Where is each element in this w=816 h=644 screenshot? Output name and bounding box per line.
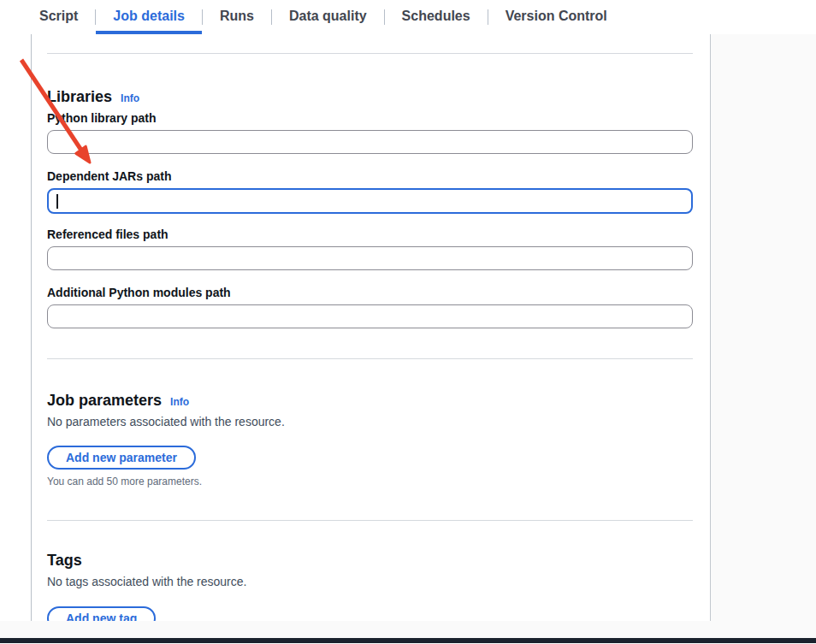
- libraries-info-link[interactable]: Info: [121, 92, 139, 104]
- additional-python-modules-path-label: Additional Python modules path: [47, 286, 693, 299]
- footer-strip: [0, 621, 816, 638]
- python-library-path-label: Python library path: [47, 111, 693, 125]
- job-parameters-section: Job parameters Info No parameters associ…: [47, 392, 693, 487]
- referenced-files-path-label: Referenced files path: [47, 227, 693, 241]
- tab-runs[interactable]: Runs: [203, 0, 271, 34]
- left-spacer: [0, 34, 31, 621]
- dependent-jars-path-label: Dependent JARs path: [47, 169, 693, 183]
- tags-empty-text: No tags associated with the resource.: [47, 574, 693, 589]
- tab-schedules[interactable]: Schedules: [385, 0, 488, 34]
- section-divider: [47, 358, 693, 359]
- job-parameters-empty-text: No parameters associated with the resour…: [47, 414, 693, 429]
- job-parameters-heading: Job parameters: [47, 392, 162, 409]
- section-divider: [47, 53, 693, 54]
- tab-job-details[interactable]: Job details: [96, 0, 202, 34]
- python-library-path-input[interactable]: [47, 130, 693, 154]
- main-area: Libraries Info Python library path Depen…: [0, 34, 816, 621]
- tab-bar: Script Job details Runs Data quality Sch…: [0, 0, 816, 34]
- add-new-tag-button[interactable]: Add new tag: [47, 606, 156, 621]
- tags-section: Tags No tags associated with the resourc…: [47, 552, 693, 621]
- job-parameters-hint-text: You can add 50 more parameters.: [47, 476, 693, 487]
- text-cursor: [56, 194, 58, 209]
- section-divider: [47, 520, 693, 521]
- bottom-bar: [0, 638, 816, 643]
- job-details-panel: Libraries Info Python library path Depen…: [31, 34, 710, 621]
- job-parameters-info-link[interactable]: Info: [170, 396, 189, 408]
- add-new-parameter-button[interactable]: Add new parameter: [47, 446, 196, 470]
- additional-python-modules-path-input[interactable]: [47, 304, 693, 328]
- tab-data-quality[interactable]: Data quality: [272, 0, 384, 34]
- tab-version-control[interactable]: Version Control: [488, 0, 624, 34]
- referenced-files-path-input[interactable]: [47, 246, 693, 270]
- tags-heading: Tags: [47, 552, 82, 569]
- tab-script[interactable]: Script: [22, 0, 95, 34]
- right-gutter: [710, 34, 816, 621]
- dependent-jars-path-input[interactable]: [47, 188, 693, 214]
- libraries-heading: Libraries: [47, 88, 112, 105]
- libraries-section: Libraries Info Python library path Depen…: [47, 88, 693, 328]
